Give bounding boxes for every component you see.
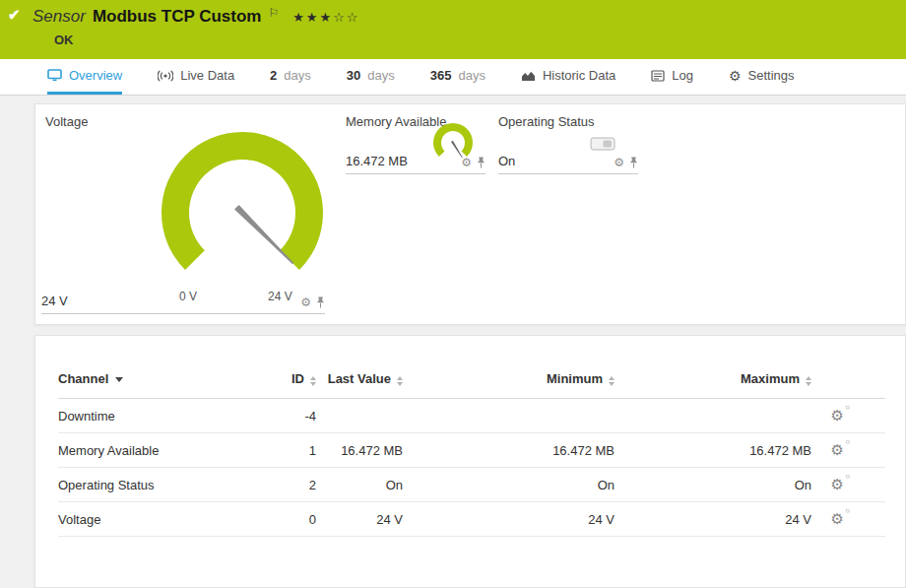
channel-name-cell: Operating Status [58,468,245,502]
minimum-cell: 24 V [403,502,615,537]
column-header-actions [811,371,885,399]
gauge-gear-icon[interactable]: ⚙ [300,296,311,308]
tab-label: Live Data [180,68,234,83]
column-label: Maximum [741,371,800,386]
channel-name-cell: Downtime [58,399,245,433]
table-header-row: Channel ID Last Value Minimum Maximum [58,371,885,399]
column-header-maximum[interactable]: Maximum [615,371,811,399]
tab-number: 30 [347,68,360,83]
ring-icon: ○ [845,438,850,446]
column-label: ID [291,371,304,386]
column-header-id[interactable]: ID [245,371,316,399]
tab-label: Settings [748,68,795,83]
gauge-gear-icon[interactable]: ⚙ [614,157,624,168]
actions-cell: ⚙○ [811,399,885,433]
operating-gadget-controls: ⚙ [614,157,638,168]
tab-overview[interactable]: Overview [47,59,122,95]
column-header-last-value[interactable]: Last Value [316,371,403,399]
tab-suffix: days [284,68,310,83]
tab-log[interactable]: Log [651,59,693,95]
area-chart-icon [521,70,536,82]
voltage-gadget-controls: ⚙ [300,296,325,308]
ring-icon: ○ [845,404,850,412]
minimum-cell [403,399,615,433]
column-label: Last Value [328,371,391,386]
operating-status-title: Operating Status [498,114,595,129]
gear-icon: ⚙ [831,476,844,492]
channel-settings-icon[interactable]: ⚙○ [831,442,844,457]
monitor-icon [47,69,62,82]
sort-icon[interactable] [609,376,615,386]
chevron-down-icon[interactable] [115,377,123,382]
column-label: Channel [58,371,108,386]
priority-flag-icon[interactable]: ⚐ [268,6,279,20]
voltage-value: 24 V [41,294,68,308]
gear-icon: ⚙ [831,510,844,527]
channel-settings-icon[interactable]: ⚙○ [831,477,844,491]
table-row: Operating Status 2 On On On ⚙○ [58,468,885,502]
channel-id-cell: 0 [245,502,316,537]
sort-icon[interactable] [397,376,403,386]
memory-value: 16.472 MB [346,154,408,168]
operating-value-row: On ⚙ [498,154,638,174]
tab-bar: Overview Live Data 2 days 30 days 365 da… [0,59,906,96]
tab-suffix: days [367,68,394,83]
last-value-cell: 16.472 MB [316,433,403,468]
actions-cell: ⚙○ [811,502,885,537]
column-header-channel[interactable]: Channel [58,371,245,399]
tab-label: Log [672,68,693,83]
channel-settings-icon[interactable]: ⚙○ [831,511,844,526]
ring-icon: ○ [845,507,850,515]
maximum-cell: 16.472 MB [615,433,811,468]
sort-icon[interactable] [310,376,316,386]
voltage-value-row: 24 V ⚙ [41,294,325,314]
gauges-panel: Voltage 0 V 24 V 24 V ⚙ Memory Availa [34,103,906,325]
channel-table-panel: Channel ID Last Value Minimum Maximum [34,335,906,588]
pin-icon[interactable] [629,157,638,168]
minimum-cell: 16.472 MB [403,433,615,468]
minimum-cell: On [403,468,615,502]
column-label: Minimum [547,371,603,386]
last-value-cell [316,399,403,433]
tab-2-days[interactable]: 2 days [270,59,311,95]
pin-icon[interactable] [316,296,325,308]
sensor-type-label: Sensor [32,7,86,27]
last-value-cell: On [316,468,403,502]
maximum-cell: 24 V [615,502,811,537]
maximum-cell [615,399,811,433]
table-row: Memory Available 1 16.472 MB 16.472 MB 1… [58,433,885,468]
voltage-gauge-title: Voltage [45,114,88,129]
tab-live-data[interactable]: Live Data [158,59,234,95]
channel-id-cell: 2 [245,468,316,502]
gear-icon: ⚙ [831,441,844,458]
ring-icon: ○ [845,473,850,481]
table-row: Downtime -4 ⚙○ [58,399,885,433]
operating-value: On [498,154,515,168]
tab-number: 365 [430,68,452,83]
priority-stars-rating[interactable]: ★★★☆☆ [292,10,359,25]
status-ok-check-icon: ✔ [8,6,21,24]
gauge-gear-icon[interactable]: ⚙ [461,157,472,168]
sort-icon[interactable] [806,376,811,386]
sensor-header: ✔ Sensor Modbus TCP Custom ⚐ ★★★☆☆ OK [0,0,906,59]
actions-cell: ⚙○ [811,433,885,468]
table-row: Voltage 0 24 V 24 V 24 V ⚙○ [58,502,885,537]
settings-gear-icon: ⚙ [729,69,742,83]
tab-historic-data[interactable]: Historic Data [521,59,615,95]
tab-settings[interactable]: ⚙ Settings [729,59,795,95]
channel-table: Channel ID Last Value Minimum Maximum [58,371,885,537]
channel-id-cell: 1 [245,433,316,468]
header-body: Sensor Modbus TCP Custom ⚐ ★★★☆☆ OK [32,7,906,47]
column-header-minimum[interactable]: Minimum [403,371,615,399]
tab-30-days[interactable]: 30 days [347,59,395,95]
channel-name-cell: Memory Available [58,433,245,468]
tab-label: Overview [69,68,122,83]
channel-name-cell: Voltage [58,502,245,537]
tab-365-days[interactable]: 365 days [430,59,485,95]
channel-settings-icon[interactable]: ⚙○ [831,408,844,423]
tab-number: 2 [270,68,277,83]
pin-icon[interactable] [477,157,485,168]
actions-cell: ⚙○ [811,468,885,502]
gear-icon: ⚙ [831,407,844,424]
channel-id-cell: -4 [245,399,316,433]
